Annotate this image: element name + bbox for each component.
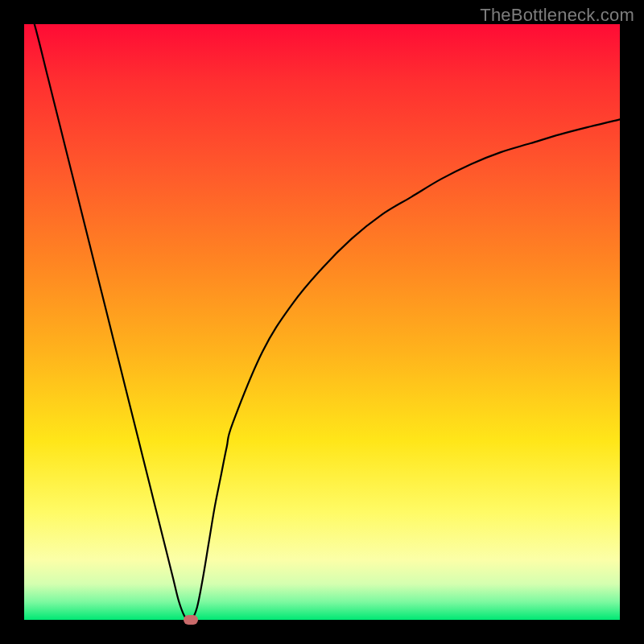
bottleneck-curve	[24, 24, 620, 620]
minimum-marker	[184, 615, 198, 625]
watermark-text: TheBottleneck.com	[480, 5, 634, 26]
plot-area	[24, 24, 620, 620]
chart-frame: TheBottleneck.com	[0, 0, 644, 644]
